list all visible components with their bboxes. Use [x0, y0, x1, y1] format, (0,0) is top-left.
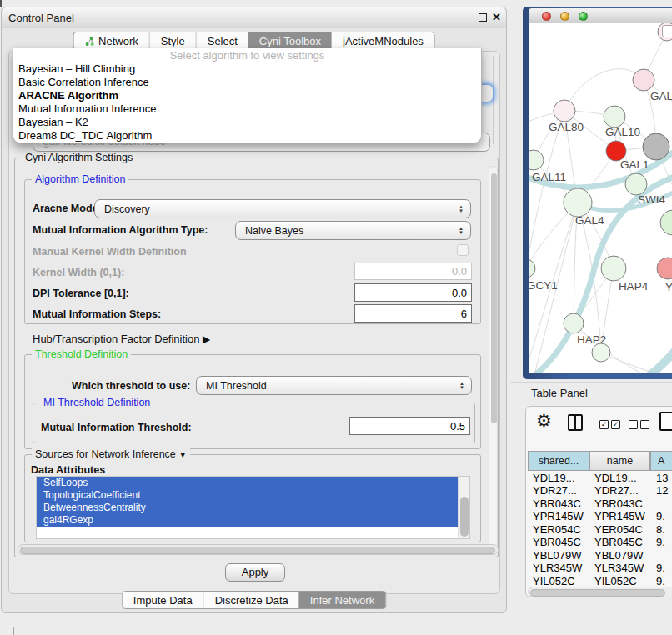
algorithm-option[interactable]: Bayesian – K2: [13, 116, 481, 129]
table-cell[interactable]: 9.: [656, 536, 665, 548]
table-cell[interactable]: YDR27...: [533, 484, 577, 497]
table-cell[interactable]: 9.: [656, 510, 665, 522]
table-horizontal-scrollbar-thumb[interactable]: [530, 589, 665, 597]
kernel-width-input[interactable]: [354, 262, 472, 280]
node-gray[interactable]: [643, 133, 669, 160]
node-gcy1[interactable]: [529, 259, 535, 278]
table-horizontal-scrollbar[interactable]: [528, 587, 672, 598]
panel-splitter[interactable]: [510, 382, 672, 382]
gear-icon[interactable]: ⚙: [536, 411, 552, 431]
hub-definition-toggle[interactable]: Hub/Transcription Factor Definition ▶: [33, 332, 210, 345]
table-cell[interactable]: YBL079W: [533, 549, 582, 562]
attribute-item[interactable]: gal4RGexp: [37, 514, 458, 527]
unchecked-checkbox-icon[interactable]: [629, 420, 638, 429]
column-header-name[interactable]: name: [589, 451, 650, 471]
table-cell[interactable]: YBR043C: [594, 498, 643, 510]
attribute-list-scrollbar[interactable]: [458, 477, 469, 538]
table-cell[interactable]: YER054C: [533, 523, 581, 536]
combo-stepper-icon: ▲▼: [459, 205, 464, 213]
checked-checkbox-icon[interactable]: ✓: [599, 420, 609, 429]
node-swi4[interactable]: [625, 173, 647, 195]
node-gal4[interactable]: [564, 188, 592, 217]
table-cell[interactable]: 13: [656, 472, 668, 484]
dpi-tolerance-input[interactable]: [354, 283, 472, 302]
attribute-list-scrollbar-thumb[interactable]: [460, 497, 469, 537]
tab-discretize-data[interactable]: Discretize Data: [203, 592, 299, 608]
minimize-traffic-light[interactable]: [560, 12, 569, 21]
canvas-corner-widget[interactable]: [662, 25, 672, 38]
algorithm-option[interactable]: Bayesian – Hill Climbing: [13, 62, 481, 76]
node-gal10[interactable]: [604, 106, 625, 128]
close-icon[interactable]: ✕: [492, 11, 501, 23]
table-cell[interactable]: YPR145W: [594, 510, 645, 522]
mi-steps-input[interactable]: [354, 304, 472, 322]
tab-impute-data[interactable]: Impute Data: [123, 592, 203, 608]
hidden-group-border: [493, 56, 494, 144]
algorithm-dropdown-popup: Select algorithm to view settings Bayesi…: [13, 48, 482, 143]
network-graph: GAL GAL80 GAL10 GAL1 GAL11 SWI4 GAL4 GCY…: [529, 23, 672, 373]
aracne-mode-combo[interactable]: Discovery ▲▼: [94, 199, 471, 218]
algorithm-option-selected[interactable]: ARACNE Algorithm: [13, 89, 481, 102]
settings-horizontal-scrollbar[interactable]: [18, 544, 499, 555]
node-label: GAL80: [549, 121, 584, 133]
table-cell[interactable]: 8.: [656, 523, 665, 536]
algorithm-option[interactable]: Dream8 DC_TDC Algorithm: [13, 129, 481, 142]
table-cell[interactable]: 9.: [656, 562, 665, 574]
node-gal-pink[interactable]: [633, 69, 654, 91]
table-cell[interactable]: YDR27...: [594, 484, 639, 497]
settings-vertical-scrollbar[interactable]: [489, 166, 498, 551]
node-salmon[interactable]: [657, 258, 672, 279]
column-header-shared[interactable]: shared...: [528, 451, 589, 471]
tab-infer-network[interactable]: Infer Network: [299, 592, 385, 608]
node-hap2[interactable]: [564, 313, 584, 333]
table-cell[interactable]: YPR145W: [533, 510, 584, 522]
tab-style[interactable]: Style: [149, 32, 196, 49]
network-canvas[interactable]: GAL GAL80 GAL10 GAL1 GAL11 SWI4 GAL4 GCY…: [529, 23, 672, 373]
unchecked-checkbox-icon[interactable]: [640, 420, 649, 429]
apply-button[interactable]: Apply: [225, 563, 285, 582]
tab-network[interactable]: Network: [73, 32, 149, 49]
sources-group-title[interactable]: Sources for Network Inference ▼: [32, 448, 190, 460]
float-panel-icon[interactable]: [479, 13, 487, 22]
algorithm-option[interactable]: Basic Correlation Inference: [13, 76, 481, 89]
node-gal80[interactable]: [554, 100, 575, 122]
attribute-item[interactable]: SelfLoops: [37, 477, 458, 489]
table-cell[interactable]: YIL052C: [533, 575, 575, 587]
table-cell[interactable]: YBR045C: [594, 536, 643, 548]
zoom-traffic-light[interactable]: [579, 12, 588, 21]
document-icon[interactable]: [659, 412, 672, 431]
settings-vertical-scrollbar-thumb[interactable]: [491, 173, 497, 423]
settings-horizontal-scrollbar-thumb[interactable]: [20, 547, 495, 554]
mi-threshold-input[interactable]: [349, 417, 470, 435]
node-bottom[interactable]: [592, 343, 610, 362]
table-cell[interactable]: 9.: [656, 575, 665, 587]
table-cell[interactable]: YBR043C: [533, 498, 581, 510]
node-hap4[interactable]: [601, 256, 626, 281]
table-cell[interactable]: YDL19...: [594, 472, 637, 484]
mi-type-combo[interactable]: Naive Bayes ▲▼: [235, 221, 471, 240]
table-cell[interactable]: YIL052C: [594, 575, 637, 587]
table-cell[interactable]: 12: [656, 484, 668, 497]
table-cell[interactable]: YER054C: [594, 523, 643, 536]
table-cell[interactable]: YLR345W: [594, 562, 644, 574]
tab-jactivemnodules[interactable]: jActiveMNodules: [332, 32, 434, 49]
checked-checkbox-icon[interactable]: ✓: [611, 420, 620, 429]
collapsed-panel-grip[interactable]: [3, 627, 14, 635]
algorithm-option[interactable]: Mutual Information Inference: [13, 102, 481, 116]
manual-kernel-checkbox[interactable]: [457, 244, 469, 256]
split-columns-icon[interactable]: [568, 414, 583, 431]
table-cell[interactable]: YLR345W: [533, 562, 582, 574]
cyni-algorithm-settings-title: Cyni Algorithm Settings: [22, 152, 136, 163]
column-header-partial[interactable]: A: [650, 451, 672, 471]
node-gal11[interactable]: [529, 150, 544, 170]
attribute-item[interactable]: BetweennessCentrality: [37, 502, 458, 514]
tab-select[interactable]: Select: [196, 32, 248, 49]
table-cell[interactable]: YDL19...: [533, 472, 575, 484]
tab-cyni-toolbox[interactable]: Cyni Toolbox: [248, 32, 332, 49]
node-right-partial[interactable]: [660, 210, 672, 235]
table-cell[interactable]: YBL079W: [594, 549, 644, 562]
close-traffic-light[interactable]: [542, 12, 551, 21]
attribute-item[interactable]: TopologicalCoefficient: [37, 489, 458, 502]
which-threshold-combo[interactable]: MI Threshold ▲▼: [196, 376, 472, 395]
table-cell[interactable]: YBR045C: [533, 536, 581, 548]
